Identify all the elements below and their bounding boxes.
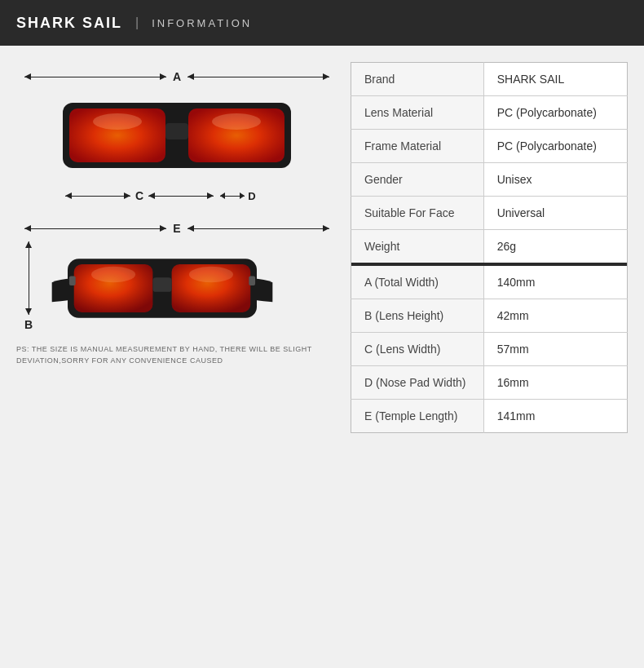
table-label-cell: Lens Material <box>351 96 484 130</box>
dimension-label-cell: B (Lens Height) <box>351 299 484 333</box>
dimension-table-row: A (Total Width) 140mm <box>351 266 628 299</box>
dimension-label-cell: A (Total Width) <box>351 266 484 299</box>
dimension-table-row: E (Temple Length) 141mm <box>351 400 628 433</box>
main-content: A <box>0 46 644 668</box>
header-info: INFORMATION <box>152 17 252 29</box>
table-row: Frame Material PC (Polycarbonate) <box>351 130 628 163</box>
table-label-cell: Weight <box>351 230 484 263</box>
arrow-line-a-right <box>187 77 329 77</box>
arrow-line-e-right <box>187 228 329 229</box>
dimension-value-cell: 57mm <box>483 333 627 366</box>
arrow-line-c <box>65 196 130 197</box>
arrow-line-d <box>220 196 245 197</box>
right-panel: Brand SHARK SAIL Lens Material PC (Polyc… <box>351 62 628 660</box>
dimension-table-row: D (Nose Pad Width) 16mm <box>351 366 628 400</box>
table-label-cell: Suitable For Face <box>351 197 484 230</box>
table-label-cell: Brand <box>351 63 484 96</box>
svg-point-5 <box>212 113 261 130</box>
svg-point-11 <box>189 267 233 282</box>
info-table: Brand SHARK SAIL Lens Material PC (Polyc… <box>351 62 628 433</box>
dimension-label-cell: C (Lens Width) <box>351 333 484 366</box>
dimension-value-cell: 140mm <box>483 266 627 299</box>
table-row: Weight 26g <box>351 230 628 263</box>
table-row: Gender Unisex <box>351 163 628 197</box>
measurement-cd-row: C D <box>16 189 337 202</box>
ps-note: PS: THE SIZE IS MANUAL MEASUREMENT BY HA… <box>16 344 337 366</box>
table-label-cell: Frame Material <box>351 130 484 163</box>
label-c: C <box>135 189 143 202</box>
svg-rect-3 <box>165 123 188 139</box>
diagram-top: A <box>16 70 337 202</box>
header-divider: | <box>135 15 139 30</box>
brand-name: SHARK SAIL <box>16 15 122 32</box>
arrow-line-a <box>24 77 166 77</box>
dimension-table-row: C (Lens Width) 57mm <box>351 333 628 366</box>
table-value-cell: PC (Polycarbonate) <box>483 96 627 130</box>
table-value-cell: PC (Polycarbonate) <box>483 130 627 163</box>
table-row: Lens Material PC (Polycarbonate) <box>351 96 628 130</box>
header: SHARK SAIL | INFORMATION <box>0 0 644 46</box>
arrow-vertical-b <box>29 241 29 315</box>
dimension-value-cell: 16mm <box>483 366 627 400</box>
measurement-e-row: E <box>16 222 337 235</box>
svg-rect-12 <box>69 276 76 285</box>
svg-rect-9 <box>152 277 171 291</box>
dimension-value-cell: 42mm <box>483 299 627 333</box>
table-value-cell: SHARK SAIL <box>483 63 627 96</box>
dimension-value-cell: 141mm <box>483 400 627 433</box>
svg-point-4 <box>93 113 142 130</box>
table-value-cell: 26g <box>483 230 627 263</box>
svg-rect-13 <box>249 276 255 285</box>
label-b: B <box>24 318 33 331</box>
glasses-side-svg-container <box>44 241 289 331</box>
left-panel: A <box>16 62 337 660</box>
table-value-cell: Unisex <box>483 163 627 197</box>
svg-point-10 <box>91 267 135 282</box>
table-row: Suitable For Face Universal <box>351 197 628 230</box>
glasses-side-diagram: B <box>16 241 337 331</box>
glasses-side-svg <box>44 241 280 331</box>
table-label-cell: Gender <box>351 163 484 197</box>
label-d: D <box>248 190 255 202</box>
dimension-label-cell: E (Temple Length) <box>351 400 484 433</box>
arrow-line-e-left <box>24 228 166 229</box>
dimension-table-row: B (Lens Height) 42mm <box>351 299 628 333</box>
glasses-top-svg <box>55 91 299 180</box>
label-e: E <box>173 222 180 235</box>
glasses-top-diagram <box>16 86 337 184</box>
label-a: A <box>173 70 181 83</box>
table-value-cell: Universal <box>483 197 627 230</box>
table-row: Brand SHARK SAIL <box>351 63 628 96</box>
b-measurement-col: B <box>16 241 41 331</box>
arrow-line-c-right <box>148 196 214 197</box>
measurement-a-row: A <box>16 70 337 83</box>
dimension-label-cell: D (Nose Pad Width) <box>351 366 484 400</box>
